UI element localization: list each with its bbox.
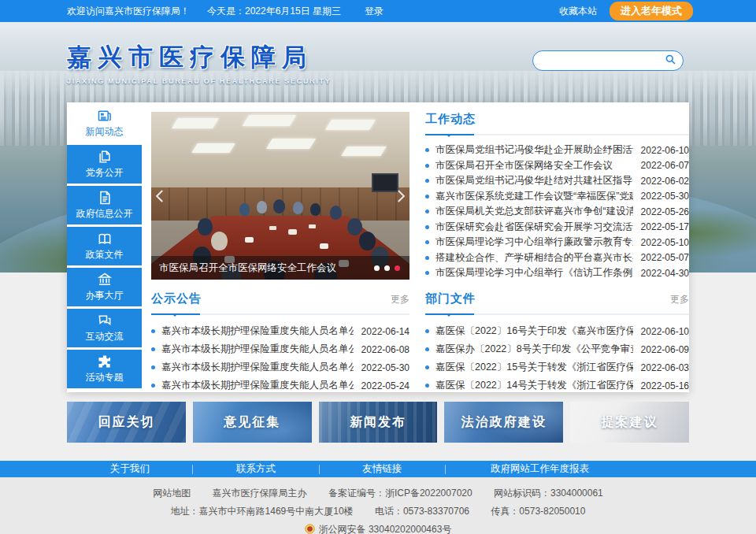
sitemap-link[interactable]: 网站地图 — [153, 487, 191, 499]
quick-link-banner[interactable]: 意见征集 — [193, 402, 312, 443]
section-title: 工作动态 — [425, 112, 476, 127]
quick-link-banners: 回应关切 意见征集 新闻发布 法治政府建设 提案建议 — [67, 402, 689, 443]
sidebar-item[interactable]: 互动交流 — [67, 309, 142, 347]
sidebar-item[interactable]: 办事大厅 — [67, 268, 142, 306]
news-item[interactable]: 嘉兴市医保系统党建工作会议暨“幸福医保”党建联... 2022-05-30 — [425, 189, 689, 205]
news-item[interactable]: 市医保局理论学习中心组举行廉政警示教育专题学习... 2022-05-10 — [425, 235, 689, 250]
bullet-icon — [425, 225, 429, 229]
news-item[interactable]: 嘉医保办〔2022〕8号关于印发《公平竞争审查... 2022-06-09 — [425, 340, 689, 358]
section-work-news: 工作动态 市医保局党组书记冯俊华赴企开展助企纾困活动 2022-06-10 市医… — [425, 112, 689, 281]
news-item[interactable]: 市医保局召开全市医保网络安全工作会议 2022-06-07 — [425, 158, 689, 174]
search-button[interactable] — [665, 54, 676, 68]
news-item[interactable]: 嘉医保〔2022〕15号关于转发《浙江省医疗保... 2022-06-03 — [425, 358, 689, 376]
search-input[interactable] — [543, 52, 665, 69]
news-item[interactable]: 市医保局理论学习中心组举行《信访工作条例》专题... 2022-04-30 — [425, 265, 689, 281]
banner-label: 新闻发布 — [350, 414, 406, 431]
news-carousel[interactable]: 市医保局召开全市医保网络安全工作会议 — [151, 112, 410, 280]
search-box[interactable] — [532, 50, 684, 71]
news-item-title[interactable]: 市医保局机关党总支部获评嘉兴市争创“建设清廉机... — [435, 205, 633, 218]
news-item-title[interactable]: 市医保局理论学习中心组举行廉政警示教育专题学习... — [435, 235, 633, 249]
announcements-list: 嘉兴市本级长期护理保险重度失能人员名单公示（2... 2022-06-14 嘉兴… — [151, 322, 410, 395]
sidebar-item[interactable]: 政策文件 — [67, 227, 142, 265]
fax-text: 传真：0573-82050010 — [491, 505, 585, 517]
carousel-dot[interactable] — [374, 265, 380, 271]
news-item-title[interactable]: 搭建校企合作、产学研相结合的平台嘉兴市长期护理... — [435, 251, 633, 265]
news-item-title[interactable]: 市医保研究会赴省医保研究会开展学习交流活动 — [435, 221, 633, 234]
carousel-caption[interactable]: 市医保局召开全市医保网络安全工作会议 — [159, 261, 374, 275]
public-security-badge-icon — [305, 524, 315, 534]
sidebar-item-icon — [97, 354, 113, 369]
news-item-date: 2022-05-24 — [361, 380, 410, 391]
sidebar-item[interactable]: 党务公开 — [67, 145, 142, 184]
section-header: 公示公告 更多 — [151, 291, 410, 315]
footer-nav-link[interactable]: 政府网站工作年度报表 — [446, 462, 634, 476]
phone-text: 电话：0573-83370706 — [375, 505, 469, 517]
news-item[interactable]: 嘉兴市本级长期护理保险重度失能人员名单公示（2... 2022-06-08 — [151, 340, 410, 358]
main-content-card: 新闻动态 党务公开 政府信息公开 政策文件 办事大厅 互动交流 活动专题 — [67, 102, 689, 392]
news-item-title[interactable]: 嘉医保〔2022〕14号关于转发《浙江省医疗保... — [435, 379, 633, 392]
news-item-date: 2022-05-10 — [641, 237, 689, 248]
news-item-title[interactable]: 市医保局理论学习中心组举行《信访工作条例》专题... — [435, 266, 633, 280]
news-item[interactable]: 嘉兴市本级长期护理保险重度失能人员名单公示（2... 2022-05-24 — [151, 376, 410, 395]
welcome-text: 欢迎访问嘉兴市医疗保障局！ — [67, 5, 190, 18]
bullet-icon — [425, 365, 429, 369]
news-item[interactable]: 搭建校企合作、产学研相结合的平台嘉兴市长期护理... 2022-05-07 — [425, 250, 689, 266]
carousel-dot[interactable] — [395, 265, 400, 271]
quick-link-banner[interactable]: 法治政府建设 — [444, 402, 563, 443]
news-item[interactable]: 市医保研究会赴省医保研究会开展学习交流活动 2022-05-17 — [425, 220, 689, 235]
photo-wood-wall — [151, 187, 410, 221]
footer-nav-link[interactable]: 友情链接 — [320, 462, 445, 476]
news-item[interactable]: 市医保局机关党总支部获评嘉兴市争创“建设清廉机... 2022-05-26 — [425, 204, 689, 220]
news-item-title[interactable]: 嘉兴市本级长期护理保险重度失能人员名单公示（2... — [161, 379, 354, 392]
news-item-date: 2022-05-26 — [641, 206, 689, 217]
sidebar-item[interactable]: 政府信息公开 — [67, 186, 142, 224]
site-subtitle: JIAXING MUNICIPAL BUREAU OF HEALTHCARE S… — [67, 77, 331, 85]
news-item[interactable]: 市医保局党组书记冯俊华赴结对共建社区指导全国文... 2022-06-02 — [425, 173, 689, 189]
sidebar-item-icon — [97, 231, 113, 247]
news-item[interactable]: 嘉医保〔2022〕14号关于转发《浙江省医疗保... 2022-05-16 — [425, 376, 689, 395]
news-item-date: 2022-05-17 — [641, 221, 689, 232]
login-link[interactable]: 登录 — [365, 5, 384, 18]
news-item-title[interactable]: 市医保局党组书记冯俊华赴企开展助企纾困活动 — [435, 143, 633, 157]
sidebar-item-label: 政策文件 — [86, 248, 124, 261]
news-item-title[interactable]: 嘉兴市本级长期护理保险重度失能人员名单公示（2... — [161, 361, 354, 374]
sidebar-item[interactable]: 新闻动态 — [67, 104, 142, 143]
news-item[interactable]: 嘉兴市本级长期护理保险重度失能人员名单公示（2... 2022-05-30 — [151, 358, 410, 376]
sidebar-item-icon — [97, 108, 113, 124]
footer-nav-link[interactable]: 关于我们 — [67, 462, 192, 476]
news-item[interactable]: 嘉医保〔2022〕16号关于印发《嘉兴市医疗保... 2022-06-10 — [425, 322, 689, 340]
elder-mode-button[interactable]: 进入老年模式 — [610, 2, 693, 20]
news-item-title[interactable]: 嘉医保办〔2022〕8号关于印发《公平竞争审查... — [435, 343, 633, 356]
sidebar-item[interactable]: 活动专题 — [67, 350, 142, 388]
site-title: 嘉兴市医疗保障局 — [67, 41, 331, 74]
banner-label: 回应关切 — [98, 414, 154, 431]
sidebar-item-icon — [97, 190, 113, 206]
news-item-title[interactable]: 嘉兴市医保系统党建工作会议暨“幸福医保”党建联... — [435, 190, 633, 203]
quick-link-banner[interactable]: 提案建议 — [570, 402, 689, 443]
news-item-date: 2022-04-30 — [641, 268, 689, 279]
carousel-dot[interactable] — [384, 265, 390, 271]
news-item[interactable]: 市医保局党组书记冯俊华赴企开展助企纾困活动 2022-06-10 — [425, 143, 689, 158]
quick-link-banner[interactable]: 回应关切 — [67, 402, 186, 443]
section-dept-files: 部门文件 更多 嘉医保〔2022〕16号关于印发《嘉兴市医疗保... 2022-… — [425, 291, 689, 395]
sidebar-item-label: 政府信息公开 — [76, 207, 133, 221]
quick-link-banner[interactable]: 新闻发布 — [319, 402, 438, 443]
news-item-title[interactable]: 嘉医保〔2022〕16号关于印发《嘉兴市医疗保... — [435, 324, 633, 338]
news-item-title[interactable]: 市医保局党组书记冯俊华赴结对共建社区指导全国文... — [435, 174, 633, 187]
news-item[interactable]: 嘉兴市本级长期护理保险重度失能人员名单公示（2... 2022-06-14 — [151, 322, 410, 340]
banner-label: 意见征集 — [224, 414, 280, 431]
news-item-title[interactable]: 嘉兴市本级长期护理保险重度失能人员名单公示（2... — [161, 324, 354, 338]
section-title: 公示公告 — [151, 291, 202, 306]
more-link[interactable]: 更多 — [670, 293, 689, 306]
photo-people — [151, 112, 161, 124]
news-item-title[interactable]: 嘉兴市本级长期护理保险重度失能人员名单公示（2... — [161, 343, 354, 356]
section-header: 工作动态 — [425, 112, 689, 135]
news-item-title[interactable]: 嘉医保〔2022〕15号关于转发《浙江省医疗保... — [435, 361, 633, 374]
favorite-link[interactable]: 收藏本站 — [559, 5, 597, 18]
footer-nav-link[interactable]: 联系方式 — [193, 462, 318, 476]
photo-light-panel — [243, 115, 297, 126]
host-text: 嘉兴市医疗保障局主办 — [213, 487, 307, 499]
more-link[interactable]: 更多 — [391, 293, 410, 306]
news-item-date: 2022-05-30 — [641, 191, 689, 202]
news-item-title[interactable]: 市医保局召开全市医保网络安全工作会议 — [435, 159, 633, 172]
